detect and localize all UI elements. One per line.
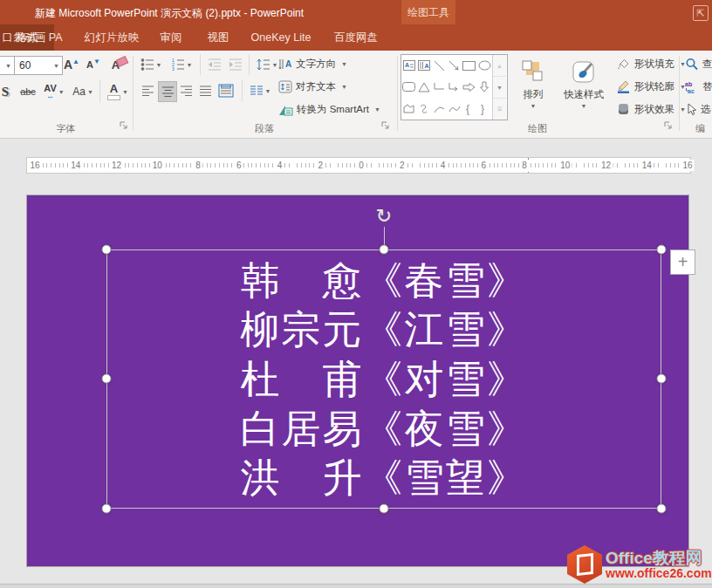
- align-text-button[interactable]: 对齐文本▼: [278, 77, 347, 96]
- shape-oval-icon[interactable]: [477, 55, 492, 77]
- align-left-button[interactable]: [139, 81, 156, 100]
- font-color-swatch-white: [107, 95, 120, 100]
- columns-button[interactable]: ▼: [247, 81, 273, 100]
- tab-pocket-animation[interactable]: 口袋动画 PA: [2, 24, 62, 51]
- distribute-text-button[interactable]: [216, 81, 236, 100]
- shape-rounded-rectangle-icon[interactable]: [401, 77, 416, 99]
- svg-text:A: A: [285, 59, 291, 69]
- drawing-dialog-launcher[interactable]: [663, 120, 674, 131]
- plus-button[interactable]: +: [670, 250, 695, 275]
- resize-handle-bottom-left[interactable]: [102, 504, 112, 514]
- ruler-label: 4: [276, 160, 284, 171]
- gallery-more-icon[interactable]: ⍗: [493, 99, 506, 120]
- ruler-label: 14: [640, 160, 654, 171]
- shape-curve-icon[interactable]: [447, 98, 462, 120]
- ruler-label: 4: [439, 160, 448, 171]
- ruler-label: 10: [151, 160, 164, 171]
- shape-down-arrow-icon[interactable]: [477, 77, 492, 99]
- shape-text-box-icon[interactable]: A: [401, 55, 416, 77]
- shape-rectangle-icon[interactable]: [462, 55, 476, 77]
- font-size-combo[interactable]: 60 ▼: [14, 56, 63, 75]
- shape-elbow-arrow-connector-icon[interactable]: [447, 77, 462, 99]
- resize-handle-bottom-right[interactable]: [657, 504, 667, 514]
- bullets-button[interactable]: ▼: [139, 55, 163, 74]
- justify-button[interactable]: [196, 81, 214, 100]
- ruler-label: 2: [398, 160, 407, 171]
- ribbon-display-options-icon[interactable]: ⇱: [693, 5, 709, 21]
- select-button[interactable]: 选: [685, 99, 711, 119]
- resize-handle-top-left[interactable]: [102, 245, 112, 255]
- shape-elbow-connector-icon[interactable]: [432, 77, 447, 99]
- resize-handle-top-right[interactable]: [657, 245, 667, 255]
- find-button[interactable]: 查: [685, 54, 712, 73]
- slide[interactable]: 韩 愈《春雪》 柳宗元《江雪》 杜 甫《对雪》 白居易《夜雪》 洪 升《雪望》 …: [26, 195, 689, 567]
- shape-left-brace-icon[interactable]: {: [462, 98, 476, 120]
- shapes-gallery: A A { }: [400, 54, 508, 120]
- paragraph-group: ▼ 123 ▼ ▼: [134, 51, 395, 138]
- ruler-label: 16: [681, 160, 694, 171]
- poem-line: 杜 甫《对雪》: [107, 359, 661, 399]
- arrange-button[interactable]: 排列 ▼: [513, 54, 553, 124]
- shape-right-brace-icon[interactable]: }: [477, 98, 492, 120]
- shape-effects-button[interactable]: 形状效果▼: [616, 99, 686, 119]
- clear-formatting-button[interactable]: A: [110, 56, 129, 73]
- decrease-indent-button[interactable]: [205, 55, 224, 74]
- paragraph-dialog-launcher[interactable]: [380, 120, 391, 131]
- change-case-button[interactable]: Aa▼: [70, 82, 96, 101]
- shape-triangle-icon[interactable]: [416, 77, 431, 99]
- strikethrough-button[interactable]: abc: [16, 82, 40, 101]
- replace-button[interactable]: abac 替: [685, 77, 712, 96]
- tab-view[interactable]: 视图: [208, 24, 229, 51]
- shape-scribble-icon[interactable]: [416, 98, 431, 120]
- shape-vertical-text-box-icon[interactable]: A: [416, 55, 431, 77]
- status-strip: [0, 584, 712, 588]
- font-name-combo[interactable]: ▼: [0, 56, 15, 75]
- font-size-value: 60: [19, 59, 31, 72]
- paint-bucket-icon: [616, 57, 631, 71]
- shrink-font-button[interactable]: A▼: [84, 56, 103, 73]
- convert-to-smartart-button[interactable]: 转换为 SmartArt▼: [278, 99, 380, 119]
- editing-canvas[interactable]: 1614121086420246810121416 韩 愈《春雪》 柳宗元《江雪…: [0, 139, 712, 588]
- tab-review[interactable]: 审阅: [161, 24, 182, 51]
- gallery-scroll-up-icon[interactable]: ▲: [493, 55, 506, 77]
- tab-onekey-lite[interactable]: OneKey Lite: [251, 24, 312, 51]
- ruler-label: 6: [235, 160, 243, 171]
- shape-line-icon[interactable]: [432, 55, 447, 77]
- font-dialog-launcher[interactable]: [119, 120, 129, 131]
- shape-freeform-icon[interactable]: [401, 98, 416, 120]
- resize-handle-middle-left[interactable]: [102, 374, 112, 384]
- ruler-label: 16: [28, 160, 41, 171]
- shape-arc-icon[interactable]: [432, 98, 447, 120]
- text-direction-button[interactable]: A 文字方向▼: [278, 54, 347, 73]
- shape-arrow-icon[interactable]: [447, 55, 462, 77]
- selected-text-box[interactable]: 韩 愈《春雪》 柳宗元《江雪》 杜 甫《对雪》 白居易《夜雪》 洪 升《雪望》: [106, 250, 661, 509]
- character-spacing-button[interactable]: AV↔ ▼: [42, 82, 66, 101]
- rotation-handle-icon[interactable]: ↻: [376, 207, 392, 226]
- ruler-label: 12: [599, 160, 613, 171]
- svg-text:}: }: [481, 103, 484, 115]
- quick-styles-button[interactable]: 快速样式 ▼: [558, 54, 609, 124]
- tab-slideshow[interactable]: 幻灯片放映: [85, 24, 140, 51]
- grow-font-button[interactable]: A▲: [61, 56, 82, 73]
- shape-effects-icon: [616, 102, 631, 116]
- shape-right-arrow-icon[interactable]: [462, 77, 476, 99]
- drawing-group: A A { }: [398, 51, 677, 138]
- font-color-button[interactable]: A ▼: [105, 82, 131, 101]
- increase-indent-button[interactable]: [226, 55, 245, 74]
- gallery-scroll-down-icon[interactable]: ▼: [493, 77, 506, 99]
- shape-outline-button[interactable]: 形状轮廓▼: [616, 77, 686, 96]
- align-right-button[interactable]: [177, 81, 195, 100]
- tab-baidu-netdisk[interactable]: 百度网盘: [334, 24, 378, 51]
- line-spacing-button[interactable]: ▼: [254, 55, 280, 74]
- svg-text:ab: ab: [685, 81, 692, 87]
- align-center-button[interactable]: [158, 81, 177, 102]
- svg-text:{: {: [466, 103, 469, 115]
- resize-handle-bottom-center[interactable]: [380, 504, 389, 514]
- resize-handle-top-center[interactable]: [380, 245, 389, 255]
- gallery-scrollbar[interactable]: ▲ ▼ ⍗: [492, 55, 506, 120]
- text-shadow-button[interactable]: S: [0, 82, 12, 101]
- ruler-label: 12: [110, 160, 123, 171]
- numbering-button[interactable]: 123 ▼: [168, 55, 195, 74]
- shape-fill-button[interactable]: 形状填充▼: [616, 54, 686, 73]
- resize-handle-middle-right[interactable]: [657, 374, 667, 384]
